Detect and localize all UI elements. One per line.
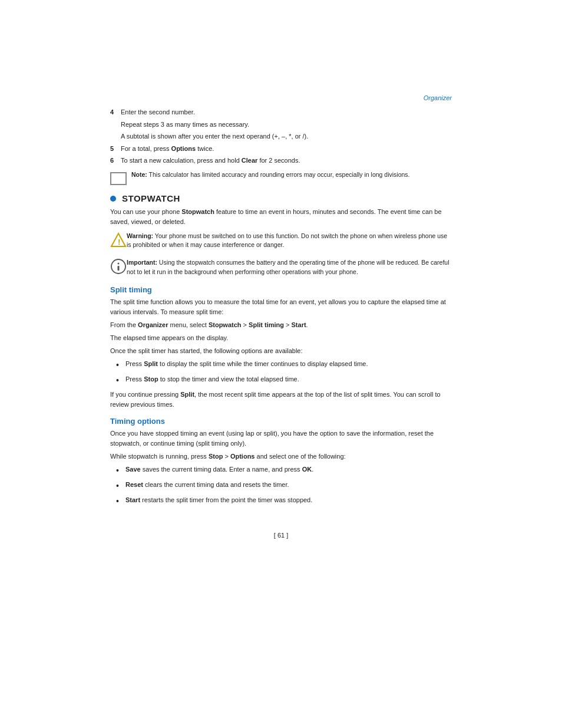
timing-bullet-marker-3: • bbox=[116, 495, 125, 508]
step-4-number: 4 bbox=[110, 107, 121, 117]
step-6: 6 To start a new calculation, press and … bbox=[110, 156, 452, 166]
step-4-text: Enter the second number. bbox=[121, 107, 452, 117]
timing-bullet-2-text: Reset clears the current timing data and… bbox=[125, 480, 452, 493]
section-bullet bbox=[110, 196, 116, 202]
section-title: STOPWATCH bbox=[122, 193, 180, 203]
svg-text:!: ! bbox=[118, 238, 120, 246]
step-6-number: 6 bbox=[110, 156, 121, 166]
category-label: Organizer bbox=[110, 94, 452, 101]
step-5-number: 5 bbox=[110, 144, 121, 154]
split-bullet-2-text: Press Stop to stop the timer and view th… bbox=[125, 374, 452, 387]
svg-point-3 bbox=[118, 263, 120, 265]
content: Organizer 4 Enter the second number. Rep… bbox=[110, 24, 452, 539]
important-text: Important: Using the stopwatch consumes … bbox=[127, 258, 452, 277]
note-text: Note: This calculator has limited accura… bbox=[131, 170, 452, 180]
timing-bullet-2: • Reset clears the current timing data a… bbox=[116, 480, 452, 493]
warning-icon: ! bbox=[110, 232, 127, 248]
timing-options-para1: Once you have stopped timing an event (u… bbox=[110, 429, 452, 449]
timing-bullet-marker-2: • bbox=[116, 480, 125, 493]
timing-bullet-marker-1: • bbox=[116, 465, 125, 477]
svg-rect-4 bbox=[118, 266, 120, 271]
step-5-text: For a total, press Options twice. bbox=[121, 144, 452, 154]
timing-bullet-3-text: Start restarts the split timer from the … bbox=[125, 495, 452, 508]
stopwatch-intro: You can use your phone Stopwatch feature… bbox=[110, 207, 452, 227]
note-icon bbox=[110, 172, 127, 185]
timing-bullet-3: • Start restarts the split timer from th… bbox=[116, 495, 452, 508]
step-4-sub-2: A subtotal is shown after you enter the … bbox=[121, 131, 452, 141]
important-box: Important: Using the stopwatch consumes … bbox=[110, 258, 452, 277]
warning-text: Warning: Your phone must be switched on … bbox=[127, 232, 452, 251]
split-timing-para3: Once the split timer has started, the fo… bbox=[110, 346, 452, 356]
step-4: 4 Enter the second number. bbox=[110, 107, 452, 117]
page-number: [ 61 ] bbox=[110, 532, 452, 539]
split-timing-heading: Split timing bbox=[110, 285, 452, 294]
important-icon bbox=[110, 258, 127, 275]
warning-box: ! Warning: Your phone must be switched o… bbox=[110, 232, 452, 251]
page: Organizer 4 Enter the second number. Rep… bbox=[0, 0, 562, 728]
bullet-marker-2: • bbox=[116, 374, 125, 387]
split-bullet-1-text: Press Split to display the split time wh… bbox=[125, 359, 452, 372]
timing-options-para2: While stopwatch is running, press Stop >… bbox=[110, 452, 452, 462]
stopwatch-heading: STOPWATCH bbox=[110, 193, 452, 203]
step-4-sub-1: Repeat steps 3 as many times as necessar… bbox=[121, 120, 452, 130]
split-timing-para2: The elapsed time appears on the display. bbox=[110, 333, 452, 343]
split-bullet-1: • Press Split to display the split time … bbox=[116, 359, 452, 372]
timing-bullet-1-text: Save saves the current timing data. Ente… bbox=[125, 465, 452, 477]
timing-options-bullets: • Save saves the current timing data. En… bbox=[116, 465, 452, 508]
timing-options-heading: Timing options bbox=[110, 417, 452, 426]
step-5: 5 For a total, press Options twice. bbox=[110, 144, 452, 154]
split-timing-bullets: • Press Split to display the split time … bbox=[116, 359, 452, 387]
timing-bullet-1: • Save saves the current timing data. En… bbox=[116, 465, 452, 477]
split-timing-para1: The split time function allows you to me… bbox=[110, 297, 452, 317]
split-bullet-2: • Press Stop to stop the timer and view … bbox=[116, 374, 452, 387]
split-timing-para4: If you continue pressing Split, the most… bbox=[110, 390, 452, 410]
split-timing-instruction: From the Organizer menu, select Stopwatc… bbox=[110, 320, 452, 330]
bullet-marker-1: • bbox=[116, 359, 125, 372]
note-box: Note: This calculator has limited accura… bbox=[110, 170, 452, 185]
step-6-text: To start a new calculation, press and ho… bbox=[121, 156, 452, 166]
